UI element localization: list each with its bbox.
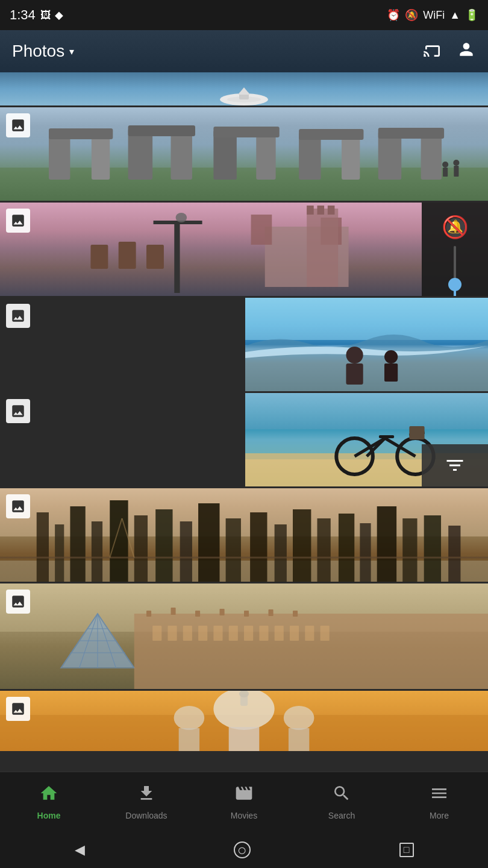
svg-point-113: [284, 706, 314, 730]
svg-point-19: [442, 162, 448, 168]
title-dropdown-icon[interactable]: ▾: [69, 46, 74, 57]
svg-rect-87: [134, 614, 488, 689]
volume-track[interactable]: [454, 246, 456, 296]
cast-icon[interactable]: [423, 40, 442, 63]
svg-point-38: [346, 347, 363, 363]
svg-rect-61: [180, 521, 192, 582]
svg-rect-90: [183, 626, 192, 641]
photo-castle[interactable]: 🔕 ♪: [0, 203, 488, 296]
nav-item-home[interactable]: Home: [0, 784, 98, 820]
svg-rect-55: [55, 524, 64, 582]
photo-stonehenge[interactable]: [0, 107, 488, 201]
downloads-nav-label: Downloads: [125, 811, 167, 820]
svg-rect-68: [339, 514, 354, 582]
volume-thumb[interactable]: [448, 278, 461, 291]
svg-rect-73: [448, 526, 460, 582]
svg-rect-93: [229, 626, 238, 641]
photo-beach-wave[interactable]: [245, 298, 489, 391]
photo-beach-placeholder[interactable]: [0, 298, 243, 391]
svg-rect-15: [128, 125, 195, 136]
svg-rect-102: [195, 611, 200, 617]
svg-point-21: [453, 160, 459, 166]
app-bar: Photos ▾: [0, 30, 488, 72]
svg-rect-66: [293, 509, 311, 582]
svg-rect-36: [146, 245, 164, 269]
svg-rect-100: [146, 611, 151, 617]
back-button[interactable]: ◀: [75, 842, 85, 858]
stonehenge-bg: [0, 107, 488, 201]
louvre-bg: [0, 583, 488, 689]
svg-rect-105: [269, 609, 274, 616]
svg-rect-114: [289, 728, 309, 751]
svg-rect-104: [244, 611, 249, 617]
svg-rect-18: [378, 128, 444, 139]
svg-rect-98: [305, 626, 314, 641]
svg-rect-89: [167, 626, 177, 641]
battery-icon: 🔋: [465, 8, 478, 22]
app-title-group[interactable]: Photos ▾: [12, 42, 74, 61]
svg-rect-91: [198, 626, 207, 641]
svg-rect-35: [119, 242, 136, 269]
volume-slider[interactable]: [454, 240, 456, 296]
svg-rect-37: [245, 298, 489, 340]
search-nav-label: Search: [328, 811, 355, 820]
wifi-icon: WiFi: [423, 9, 445, 22]
svg-rect-88: [152, 626, 161, 641]
mute-icon[interactable]: 🔕: [442, 215, 469, 240]
photo-boat-partial[interactable]: [0, 72, 488, 105]
photo-city[interactable]: [0, 488, 488, 582]
search-nav-icon: [332, 784, 351, 807]
photo-row-beach-left: [0, 298, 488, 391]
svg-rect-3: [0, 168, 488, 201]
svg-rect-103: [220, 609, 225, 615]
svg-rect-31: [174, 221, 180, 293]
photo-bike-placeholder[interactable]: [0, 393, 243, 486]
nav-item-more[interactable]: More: [390, 784, 488, 820]
movies-nav-icon: [234, 784, 254, 807]
status-bar: 1:34 🖼 ◆ ⏰ 🔕 WiFi ▲ 🔋: [0, 0, 488, 30]
svg-rect-58: [110, 500, 128, 582]
nav-item-downloads[interactable]: Downloads: [98, 784, 195, 820]
svg-rect-7: [171, 134, 192, 180]
svg-rect-95: [259, 626, 268, 641]
svg-rect-28: [307, 206, 314, 215]
svg-rect-30: [328, 206, 335, 215]
android-navigation-bar: ◀ ○ □: [0, 832, 488, 868]
svg-rect-34: [90, 245, 108, 269]
photo-status-icon: 🖼: [40, 9, 51, 22]
city-bg: [0, 488, 488, 582]
eq-button[interactable]: [422, 444, 488, 486]
photo-badge-bike-placeholder: [6, 399, 30, 423]
diamond-status-icon: ◆: [55, 8, 63, 22]
photo-badge-city: [6, 494, 30, 518]
app-bar-actions: [423, 40, 476, 63]
photo-louvre[interactable]: [0, 583, 488, 689]
nav-item-search[interactable]: Search: [293, 784, 390, 820]
bottom-navigation: Home Downloads Movies Search: [0, 772, 488, 832]
svg-rect-60: [155, 509, 172, 582]
volume-overlay: 🔕 ♪: [422, 203, 488, 296]
home-button[interactable]: ○: [234, 841, 251, 858]
svg-rect-97: [290, 626, 299, 641]
svg-rect-96: [275, 626, 284, 641]
svg-rect-99: [321, 626, 330, 641]
svg-rect-13: [421, 136, 442, 180]
placeholder-bike-bg: [0, 393, 243, 486]
home-nav-icon: [39, 784, 58, 807]
svg-rect-71: [402, 518, 417, 582]
photo-sacre-coeur[interactable]: [0, 691, 488, 751]
svg-rect-14: [49, 128, 113, 139]
movies-nav-label: Movies: [231, 811, 257, 820]
more-nav-icon: [430, 784, 449, 807]
svg-rect-9: [256, 136, 275, 180]
svg-rect-8: [213, 130, 236, 180]
svg-rect-69: [360, 523, 371, 582]
svg-rect-22: [454, 166, 458, 177]
svg-marker-2: [238, 87, 250, 95]
nav-item-movies[interactable]: Movies: [195, 784, 293, 820]
recents-button[interactable]: □: [399, 843, 414, 857]
svg-rect-25: [251, 215, 272, 245]
svg-rect-62: [198, 503, 219, 582]
profile-icon[interactable]: [457, 40, 476, 63]
photo-badge-placeholder: [6, 304, 30, 328]
